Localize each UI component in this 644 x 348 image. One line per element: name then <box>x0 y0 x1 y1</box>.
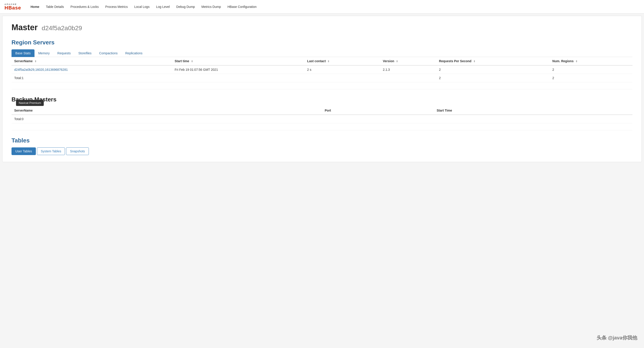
sort-num-regions-icon[interactable]: ⇕ <box>576 60 578 63</box>
backup-total-start-time <box>434 115 632 123</box>
cell-requests-per-second: 2 <box>436 65 550 74</box>
server-name-link[interactable]: d24f5a2a0b29,16020,1613696876281 <box>14 68 68 71</box>
sort-requests-icon[interactable]: ⇕ <box>473 60 475 63</box>
nav-item-home[interactable]: Home <box>28 3 42 10</box>
table-row: d24f5a2a0b29,16020,1613696876281 Fri Feb… <box>12 65 632 74</box>
backup-total-label: Total:0 <box>12 115 322 123</box>
backup-masters-section: Backup Masters ServerName Port Start Tim… <box>12 96 632 123</box>
cell-total-start-time <box>172 74 304 82</box>
nav-item-metrics-dump[interactable]: Metrics Dump <box>199 3 224 10</box>
sort-last-contact-icon[interactable]: ⇕ <box>328 60 330 63</box>
tab-requests[interactable]: Requests <box>54 49 74 57</box>
tab-replications[interactable]: Replications <box>121 49 146 57</box>
tab-storefiles[interactable]: Storefiles <box>74 49 95 57</box>
cell-total-label: Total:1 <box>12 74 172 82</box>
region-servers-heading: Region Servers <box>12 39 632 46</box>
table-header-row: ServerName ⇕ Start time ⇕ Last contact ⇕… <box>12 57 632 65</box>
navicat-tooltip: Navicat Premium <box>16 100 44 106</box>
sort-start-time-icon[interactable]: ⇕ <box>191 60 193 63</box>
cell-start-time: Fri Feb 19 01:07:56 GMT 2021 <box>172 65 304 74</box>
master-title: Master <box>12 23 38 32</box>
backup-header-row: ServerName Port Start Time <box>12 106 632 115</box>
cell-num-regions: 2 <box>550 65 632 74</box>
cell-server-name: d24f5a2a0b29,16020,1613696876281 <box>12 65 172 74</box>
cell-version: 2.1.3 <box>380 65 436 74</box>
divider-1 <box>12 89 632 89</box>
col-num-regions: Num. Regions ⇕ <box>550 57 632 65</box>
cell-last-contact: 2 s <box>304 65 380 74</box>
tab-compactions[interactable]: Compactions <box>96 49 122 57</box>
col-requests-per-second: Requests Per Second ⇕ <box>436 57 550 65</box>
nav-menu: Home Table Details Procedures & Locks Pr… <box>28 3 259 10</box>
nav-item-hbase-configuration[interactable]: HBase Configuration <box>225 3 259 10</box>
hbase-logo: APACHE HBase <box>4 3 21 10</box>
tables-tab-nav: User Tables System Tables Snapshots <box>12 147 632 155</box>
btn-tab-snapshots[interactable]: Snapshots <box>66 147 88 155</box>
brand-logo[interactable]: APACHE HBase <box>4 3 21 10</box>
nav-item-procedures-locks[interactable]: Procedures & Locks <box>68 3 102 10</box>
table-row-total: Total:1 2 2 <box>12 74 632 82</box>
backup-col-start-time: Start Time <box>434 106 632 115</box>
cell-total-regions: 2 <box>550 74 632 82</box>
nav-item-debug-dump[interactable]: Debug Dump <box>174 3 198 10</box>
cell-total-last-contact <box>304 74 380 82</box>
backup-total-port <box>322 115 434 123</box>
navbar: APACHE HBase Home Table Details Procedur… <box>0 0 644 13</box>
master-heading: Master d24f5a2a0b29 <box>12 23 632 32</box>
tab-memory[interactable]: Memory <box>34 49 54 57</box>
backup-masters-heading: Backup Masters <box>12 96 632 103</box>
nav-item-table-details[interactable]: Table Details <box>43 3 66 10</box>
col-last-contact: Last contact ⇕ <box>304 57 380 65</box>
btn-tab-user-tables[interactable]: User Tables <box>12 147 36 155</box>
col-version: Version ⇕ <box>380 57 436 65</box>
tables-section: Tables User Tables System Tables Snapsho… <box>12 137 632 155</box>
backup-col-server-name: ServerName <box>12 106 322 115</box>
main-content: Master d24f5a2a0b29 Navicat Premium Regi… <box>2 16 642 162</box>
cell-total-requests: 2 <box>436 74 550 82</box>
region-servers-tabs: Base Stats Memory Requests Storefiles Co… <box>12 49 632 57</box>
nav-item-local-logs[interactable]: Local Logs <box>132 3 152 10</box>
region-servers-section: Navicat Premium Region Servers Base Stat… <box>12 39 632 82</box>
backup-masters-table: ServerName Port Start Time Total:0 <box>12 106 632 123</box>
sort-server-name-icon[interactable]: ⇕ <box>34 60 36 63</box>
col-start-time: Start time ⇕ <box>172 57 304 65</box>
sort-version-icon[interactable]: ⇕ <box>396 60 398 63</box>
backup-table-row-total: Total:0 <box>12 115 632 123</box>
region-servers-table: ServerName ⇕ Start time ⇕ Last contact ⇕… <box>12 57 632 82</box>
hbase-label: HBase <box>4 5 21 10</box>
nav-item-process-metrics[interactable]: Process Metrics <box>102 3 130 10</box>
tab-base-stats[interactable]: Base Stats <box>12 49 34 57</box>
btn-tab-system-tables[interactable]: System Tables <box>37 147 65 155</box>
nav-item-log-level[interactable]: Log Level <box>153 3 172 10</box>
tables-heading: Tables <box>12 137 632 144</box>
col-server-name: ServerName ⇕ <box>12 57 172 65</box>
master-id: d24f5a2a0b29 <box>40 24 82 31</box>
backup-col-port: Port <box>322 106 434 115</box>
cell-total-version <box>380 74 436 82</box>
